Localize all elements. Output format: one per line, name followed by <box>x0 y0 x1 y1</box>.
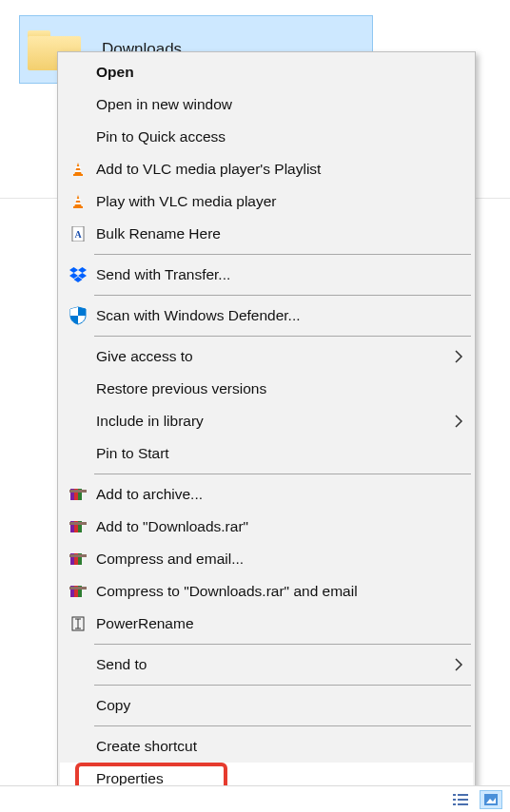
menu-item-add-archive[interactable]: Add to archive... <box>60 478 473 511</box>
menu-item-label: Create shortcut <box>90 738 463 755</box>
svg-rect-7 <box>75 203 82 204</box>
menu-separator <box>94 474 471 474</box>
svg-rect-22 <box>69 522 87 525</box>
menu-item-give-access[interactable]: Give access to <box>60 340 473 373</box>
menu-item-label: Add to archive... <box>90 486 463 503</box>
menu-item-label: Add to VLC media player's Playlist <box>90 161 463 178</box>
menu-item-copy[interactable]: Copy <box>60 689 473 722</box>
svg-rect-30 <box>69 587 87 590</box>
svg-rect-5 <box>73 206 83 208</box>
menu-item-bulk-rename[interactable]: A Bulk Rename Here <box>60 218 473 250</box>
menu-item-label: Scan with Windows Defender... <box>90 307 463 324</box>
menu-item-compress-downloads-email[interactable]: Compress to "Downloads.rar" and email <box>60 575 473 608</box>
menu-item-include-library[interactable]: Include in library <box>60 405 473 437</box>
vlc-cone-icon <box>66 162 90 177</box>
svg-marker-11 <box>78 267 87 273</box>
explorer-window: Downloads Open Open in new window Pin to… <box>0 0 510 812</box>
chevron-right-icon <box>448 658 463 671</box>
menu-item-label: Open in new window <box>90 96 463 113</box>
svg-rect-1 <box>73 174 83 176</box>
svg-text:A: A <box>74 229 82 240</box>
menu-item-label: Include in library <box>90 413 448 430</box>
text-cursor-icon <box>66 616 90 631</box>
svg-marker-0 <box>74 163 82 175</box>
menu-item-vlc-play[interactable]: Play with VLC media player <box>60 185 473 218</box>
document-a-icon: A <box>66 226 90 242</box>
menu-item-restore-previous[interactable]: Restore previous versions <box>60 373 473 405</box>
svg-rect-26 <box>69 554 87 557</box>
menu-item-label: Compress and email... <box>90 551 463 568</box>
view-large-icons-icon[interactable] <box>480 790 502 809</box>
menu-item-label: Send with Transfer... <box>90 266 463 283</box>
folder-context-menu: Open Open in new window Pin to Quick acc… <box>57 51 476 800</box>
menu-item-powerrename[interactable]: PowerRename <box>60 608 473 640</box>
menu-separator <box>94 685 471 686</box>
menu-item-label: Add to "Downloads.rar" <box>90 518 463 535</box>
svg-rect-2 <box>75 166 80 168</box>
menu-item-open[interactable]: Open <box>60 56 473 88</box>
menu-item-label: Give access to <box>90 348 448 365</box>
vlc-cone-icon <box>66 194 90 209</box>
svg-rect-40 <box>458 803 468 805</box>
svg-rect-36 <box>458 794 468 796</box>
menu-item-label: Restore previous versions <box>90 380 463 397</box>
menu-item-label: Copy <box>90 697 463 714</box>
explorer-statusbar <box>0 785 510 812</box>
menu-separator <box>94 254 471 255</box>
defender-shield-icon <box>66 306 90 325</box>
svg-rect-35 <box>453 794 456 796</box>
menu-item-create-shortcut[interactable]: Create shortcut <box>60 730 473 763</box>
menu-item-pin-start[interactable]: Pin to Start <box>60 437 473 470</box>
menu-item-open-new-window[interactable]: Open in new window <box>60 88 473 121</box>
dropbox-icon <box>66 267 90 282</box>
winrar-books-icon <box>66 584 90 599</box>
menu-item-label: Send to <box>90 656 448 673</box>
menu-item-send-transfer[interactable]: Send with Transfer... <box>60 259 473 291</box>
menu-item-defender-scan[interactable]: Scan with Windows Defender... <box>60 300 473 332</box>
menu-separator <box>94 644 471 645</box>
svg-rect-18 <box>69 490 87 493</box>
menu-item-label: Pin to Quick access <box>90 128 463 145</box>
svg-marker-10 <box>69 267 78 273</box>
winrar-books-icon <box>66 551 90 567</box>
menu-item-send-to[interactable]: Send to <box>60 648 473 681</box>
chevron-right-icon <box>448 350 463 363</box>
menu-separator <box>94 725 471 726</box>
menu-item-add-downloads-rar[interactable]: Add to "Downloads.rar" <box>60 511 473 543</box>
menu-item-vlc-playlist[interactable]: Add to VLC media player's Playlist <box>60 153 473 185</box>
view-details-icon[interactable] <box>449 790 472 809</box>
winrar-books-icon <box>66 487 90 502</box>
svg-rect-6 <box>75 199 80 201</box>
menu-item-label: PowerRename <box>90 615 463 632</box>
menu-item-label: Bulk Rename Here <box>90 225 463 242</box>
svg-rect-38 <box>458 799 468 801</box>
svg-rect-37 <box>453 799 456 801</box>
menu-item-label: Pin to Start <box>90 445 463 462</box>
menu-item-label: Play with VLC media player <box>90 193 463 210</box>
svg-marker-4 <box>74 195 82 207</box>
svg-rect-39 <box>453 803 456 805</box>
svg-rect-3 <box>75 170 82 172</box>
menu-separator <box>94 336 471 337</box>
menu-item-label: Open <box>90 64 463 81</box>
winrar-books-icon <box>66 519 90 534</box>
menu-item-pin-quick-access[interactable]: Pin to Quick access <box>60 121 473 153</box>
menu-separator <box>94 295 471 296</box>
menu-item-label: Compress to "Downloads.rar" and email <box>90 583 463 600</box>
menu-item-compress-email[interactable]: Compress and email... <box>60 543 473 575</box>
chevron-right-icon <box>448 415 463 428</box>
